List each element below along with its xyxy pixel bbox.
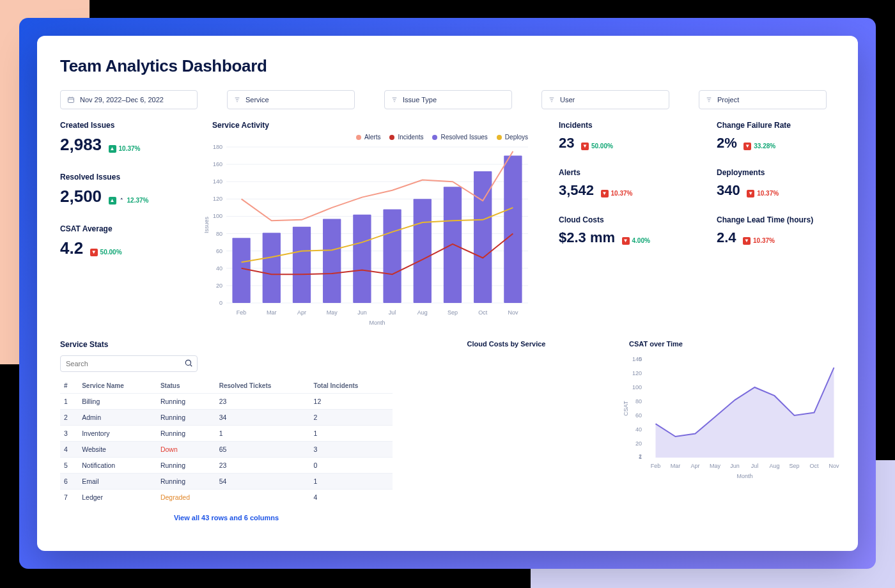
right-metrics: Incidents 23 ▼50.00% Change Failure Rate… — [546, 121, 853, 246]
metric-value: $2.3 mm — [559, 229, 615, 246]
project-filter[interactable]: Project — [699, 90, 827, 109]
arrow-down-icon: ▼ — [601, 190, 609, 197]
metric-delta: ▼10.37% — [743, 237, 775, 245]
arrow-up-icon: ▲ — [109, 145, 116, 153]
service-activity-chart: Service Activity Alerts Incidents Resolv… — [201, 121, 533, 331]
arrow-down-icon: ▼ — [622, 237, 630, 245]
svg-text:Oct: Oct — [809, 463, 819, 469]
metric-delta: ▼4.00% — [622, 237, 650, 245]
metric-value: 2,983 — [60, 135, 102, 155]
chart-title: Service Activity — [201, 121, 533, 130]
svg-text:Month: Month — [736, 473, 752, 479]
metric-delta: ▼10.37% — [601, 190, 633, 197]
table-row[interactable]: 7LedgerDegraded4 — [60, 490, 393, 506]
table-row[interactable]: 6EmailRunning541 — [60, 474, 393, 490]
svg-text:Month: Month — [369, 320, 385, 326]
legend-dot-icon — [432, 135, 437, 140]
metric-delta: ▲ ˄ 12.37% — [109, 197, 149, 205]
filter-icon — [234, 97, 240, 103]
svg-text:80: 80 — [635, 398, 642, 405]
svg-rect-21 — [232, 238, 250, 303]
svg-text:Issues: Issues — [203, 216, 210, 233]
table-row[interactable]: 3InventoryRunning11 — [60, 426, 393, 442]
svg-text:0: 0 — [219, 300, 222, 306]
svg-text:180: 180 — [213, 144, 222, 150]
table-header: Total Incidents — [310, 378, 393, 394]
cloud-costs-section: Cloud Costs by Service — [410, 340, 602, 522]
chart-legend: Alerts Incidents Resolved Issues Deploys — [201, 134, 533, 141]
svg-text:140: 140 — [213, 178, 222, 185]
metric-csat-average: CSAT Average 4.2 ▼ 50.00% — [60, 224, 188, 258]
table-header: Service Name — [78, 378, 157, 394]
date-range-picker[interactable]: Nov 29, 2022–Dec 6, 2022 — [60, 90, 198, 109]
table-row[interactable]: 5NotificationRunning230 — [60, 458, 393, 474]
svg-text:2: 2 — [639, 453, 642, 460]
svg-text:100: 100 — [213, 213, 222, 219]
metric-value: 3,542 — [559, 182, 594, 199]
svg-text:Aug: Aug — [769, 463, 779, 469]
arrow-down-icon: ▼ — [581, 143, 589, 150]
metric-value: 4.2 — [60, 238, 83, 258]
svg-rect-24 — [323, 219, 341, 303]
arrow-down-icon: ▼ — [743, 143, 751, 150]
svg-text:60: 60 — [635, 412, 642, 419]
metric-created-issues: Created Issues 2,983 ▲ 10.37% — [60, 121, 188, 155]
table-header: Status — [157, 378, 215, 394]
issue-type-filter[interactable]: Issue Type — [384, 90, 512, 109]
legend-dot-icon — [389, 135, 394, 140]
table-row[interactable]: 1BillingRunning2312 — [60, 394, 393, 410]
metric-cloud-costs: Cloud Costs $2.3 mm ▼4.00% — [559, 215, 695, 246]
search-input[interactable] — [60, 355, 198, 372]
user-filter[interactable]: User — [541, 90, 669, 109]
table-row[interactable]: 4WebsiteDown653 — [60, 442, 393, 458]
table-header: # — [60, 378, 78, 394]
caret-icon: ˄ — [120, 197, 123, 204]
svg-text:Mar: Mar — [671, 463, 681, 469]
metric-alerts: Alerts 3,542 ▼10.37% — [559, 168, 695, 199]
metric-change-lead-time: Change Lead Time (hours) 2.4 ▼10.37% — [717, 215, 853, 246]
section-title: Service Stats — [60, 340, 393, 349]
svg-rect-27 — [414, 199, 432, 303]
project-filter-label: Project — [717, 96, 739, 104]
svg-text:Feb: Feb — [651, 463, 661, 469]
view-all-link[interactable]: View all 43 rows and 6 columns — [60, 514, 393, 522]
metric-delta: ▼33.28% — [743, 143, 775, 150]
legend-dot-icon — [497, 135, 502, 140]
service-stats-section: Service Stats #Service NameStatusResolve… — [60, 340, 393, 522]
svg-text:40: 40 — [635, 426, 642, 433]
svg-text:120: 120 — [213, 196, 222, 202]
metric-delta: ▼ 50.00% — [90, 249, 122, 256]
svg-rect-26 — [383, 210, 401, 303]
metric-value: 2% — [717, 135, 737, 151]
svg-text:CSAT: CSAT — [623, 401, 629, 416]
table-row[interactable]: 2AdminRunning342 — [60, 410, 393, 426]
svg-rect-28 — [444, 187, 462, 303]
svg-text:Jun: Jun — [357, 309, 367, 316]
arrow-down-icon: ▼ — [747, 190, 754, 197]
service-stats-table: #Service NameStatusResolved TicketsTotal… — [60, 378, 393, 505]
metric-title: CSAT Average — [60, 224, 188, 233]
section-title: CSAT over Time — [620, 340, 850, 348]
table-header: Resolved Tickets — [215, 378, 310, 394]
section-title: Cloud Costs by Service — [410, 340, 602, 348]
svg-text:Nov: Nov — [829, 463, 839, 469]
service-filter[interactable]: Service — [227, 90, 355, 109]
svg-rect-25 — [353, 215, 371, 303]
svg-rect-30 — [504, 156, 522, 303]
svg-text:Sep: Sep — [447, 309, 458, 316]
metric-title: Cloud Costs — [559, 215, 695, 224]
svg-rect-23 — [293, 227, 311, 303]
issue-type-filter-label: Issue Type — [403, 96, 437, 104]
csat-chart-svg: 12204060801001201405FebMarAprMayJunJulAu… — [620, 353, 850, 481]
calendar-icon — [67, 96, 75, 104]
date-range-value: Nov 29, 2022–Dec 6, 2022 — [80, 96, 164, 104]
metric-title: Deployments — [717, 168, 853, 177]
filter-bar: Nov 29, 2022–Dec 6, 2022 Service Issue T… — [60, 90, 835, 109]
svg-text:40: 40 — [216, 265, 222, 272]
svg-text:100: 100 — [632, 384, 642, 391]
svg-text:May: May — [710, 463, 721, 469]
filter-icon — [549, 97, 555, 103]
arrow-down-icon: ▼ — [743, 237, 751, 245]
page-title: Team Analytics Dashboard — [60, 56, 835, 76]
svg-text:Apr: Apr — [297, 309, 306, 316]
